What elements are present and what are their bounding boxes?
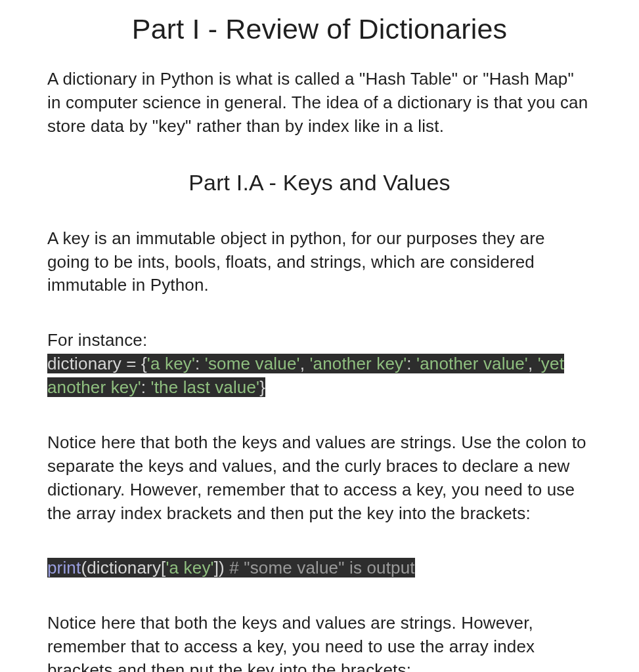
code-token-func: print — [47, 558, 81, 578]
code-token: , — [300, 354, 310, 373]
code-token: , — [528, 354, 538, 373]
code-token-string: 'some value' — [205, 354, 300, 373]
code-token-string: 'a key' — [165, 558, 213, 578]
for-instance-label: For instance: — [47, 329, 592, 352]
code-token: (dictionary[ — [81, 558, 165, 578]
code-token-string: 'a key' — [147, 354, 195, 373]
code-example-print-access: print(dictionary['a key']) # "some value… — [47, 556, 592, 580]
code-token-string: 'another value' — [416, 354, 528, 373]
code-token: } — [259, 377, 265, 397]
code-token: : — [407, 354, 416, 373]
code-token: dictionary = { — [47, 354, 147, 373]
intro-paragraph: A dictionary in Python is what is called… — [47, 68, 592, 138]
page-title: Part I - Review of Dictionaries — [47, 13, 592, 45]
code-token-string: 'another key' — [309, 354, 407, 373]
code-example-dictionary-literal: dictionary = {'a key': 'some value', 'an… — [47, 352, 592, 400]
section-title-keys-values: Part I.A - Keys and Values — [47, 170, 592, 196]
code-token: ]) — [214, 558, 230, 578]
code-token: : — [141, 377, 151, 397]
after-code1-paragraph: Notice here that both the keys and value… — [47, 431, 592, 526]
code-token-string: 'the last value' — [151, 377, 260, 397]
code-token: : — [195, 354, 205, 373]
code-token-comment: # "some value" is output — [229, 558, 414, 578]
keys-values-paragraph: A key is an immutable object in python, … — [47, 227, 592, 298]
after-code2-paragraph: Notice here that both the keys and value… — [47, 612, 592, 672]
